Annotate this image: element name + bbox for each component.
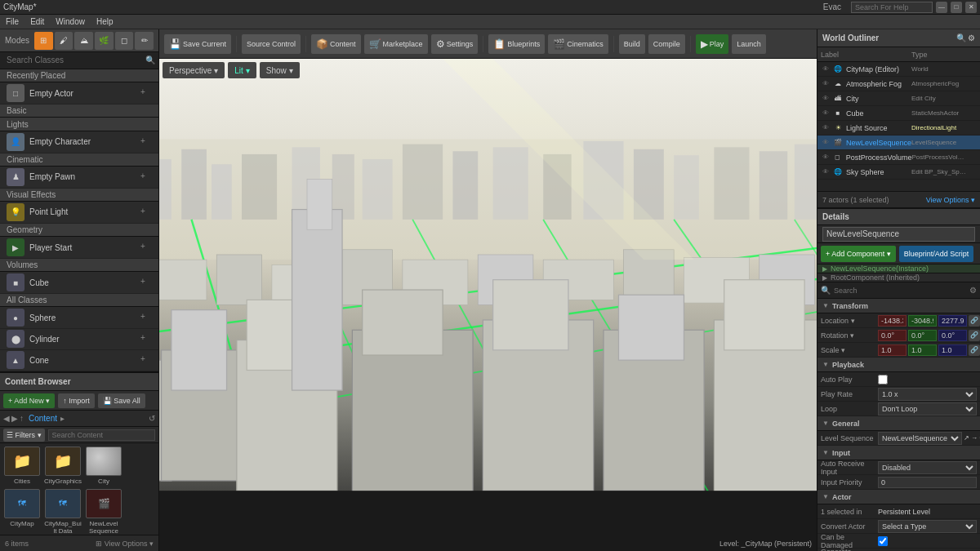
cb-item-newlevel-seq[interactable]: 🎬 NewLevel Sequence [85,489,122,535]
scale-chain[interactable]: 🔗 [969,344,980,356]
level-seq-edit-icon[interactable]: ↗ [964,434,969,442]
level-seq-arrow-icon[interactable]: → [971,434,978,442]
actor-section-header[interactable]: ▼ Actor [817,490,980,504]
menu-help[interactable]: Help [94,17,116,26]
maximize-btn[interactable]: □ [951,2,962,13]
filters-button[interactable]: ☰ Filters ▾ [3,429,45,442]
outliner-item-citymap[interactable]: 👁 🌐 CityMap (Editor) World [817,62,980,77]
auto-play-checkbox[interactable] [878,375,888,384]
menu-file[interactable]: File [3,17,21,26]
paint-mode-btn[interactable]: 🖌 [55,32,74,50]
actor-name-input[interactable] [822,227,975,242]
view-options-btn[interactable]: ⊞ View Options ▾ [96,540,154,548]
landscape-mode-btn[interactable]: ⛰ [74,32,93,50]
place-mode-btn[interactable]: ⊞ [34,32,53,50]
source-control-btn[interactable]: Source Control [242,34,301,54]
input-section-header[interactable]: ▼ Input [817,446,980,460]
cb-item-city-asset[interactable]: City [85,447,122,486]
cinematics-btn[interactable]: 🎬 Cinematics [548,34,608,54]
perspective-btn[interactable]: Perspective ▾ [163,62,225,78]
add-new-button[interactable]: + Add New ▾ [3,393,55,408]
launch-btn[interactable]: Launch [732,34,766,54]
outliner-item-sky-sphere[interactable]: 👁 🌐 Sky Sphere Edit BP_Sky_Sp… [817,165,980,180]
play-rate-select[interactable]: 1.0 x [878,388,977,401]
transform-section-header[interactable]: ▼ Transform [817,299,980,313]
build-btn[interactable]: Build [619,34,645,54]
cb-item-citygraphics[interactable]: 📁 CityGraphics [44,447,82,486]
lights-section-header[interactable]: Lights [0,118,158,131]
outliner-settings-icon[interactable]: ⚙ [968,33,975,42]
rotation-chain[interactable]: 🔗 [969,330,980,341]
playback-section-header[interactable]: ▼ Playback [817,358,980,372]
cinematic-section-header[interactable]: Cinematic [0,153,158,167]
save-current-btn[interactable]: 💾 Save Current [164,34,231,54]
outliner-search-icon[interactable]: 🔍 [956,33,966,42]
rotation-z-input[interactable] [938,330,967,341]
all-classes-header[interactable]: All Classes [0,294,158,308]
blueprint-add-btn[interactable]: Blueprint/Add Script [899,246,974,262]
lit-btn[interactable]: Lit ▾ [228,62,256,78]
compile-btn[interactable]: Compile [648,34,685,54]
location-chain[interactable]: 🔗 [969,315,980,327]
outliner-item-atm-fog[interactable]: 👁 ☁ Atmospheric Fog AtmosphericFog [817,77,980,91]
location-x-input[interactable] [878,315,906,327]
can-damaged-checkbox[interactable] [878,536,888,546]
menu-window[interactable]: Window [53,17,87,26]
placement-item-cube[interactable]: ■ Cube + [0,272,158,293]
input-priority-input[interactable] [878,477,977,488]
placement-item-point-light[interactable]: 💡 Point Light + [0,202,158,223]
cb-item-citymap[interactable]: 🗺 CityMap [3,489,41,535]
scale-z-input[interactable] [938,344,967,356]
placement-item-player-start[interactable]: ▶ Player Start + [0,237,158,258]
view-options-btn[interactable]: View Options ▾ [926,196,975,204]
help-search[interactable] [851,2,933,13]
close-btn[interactable]: ✕ [965,2,977,13]
cb-item-cities[interactable]: 📁 Cities [3,447,41,486]
placement-item-cylinder[interactable]: ⬤ Cylinder + [0,329,158,350]
basic-section-header[interactable]: Basic [0,104,158,118]
scale-y-input[interactable] [908,344,937,356]
outliner-item-newlevelseq[interactable]: 👁 🎬 NewLevelSequence LevelSequence [817,136,980,150]
settings-btn[interactable]: ⚙ Settings [431,34,479,54]
general-section-header[interactable]: ▼ General [817,416,980,431]
search-classes-input[interactable] [3,54,145,66]
placement-item-empty-pawn[interactable]: ♟ Empty Pawn + [0,167,158,188]
up-btn[interactable]: ↑ [20,414,24,423]
outliner-item-light-source[interactable]: 👁 ☀ Light Source DirectionalLight [817,121,980,136]
rotation-y-input[interactable] [908,330,937,341]
back-btn[interactable]: ◀ [3,414,10,423]
outliner-item-city[interactable]: 👁 🏙 City Edit City [817,91,980,106]
geometry-section-header[interactable]: Geometry [0,224,158,238]
placement-item-empty-character[interactable]: 👤 Empty Character + [0,131,158,153]
scale-x-input[interactable] [878,344,906,356]
location-z-input[interactable] [938,315,967,327]
placement-item-cone[interactable]: ▲ Cone + [0,350,158,371]
convert-actor-select[interactable]: Select a Type [878,520,977,533]
save-all-button[interactable]: 💾 Save All [98,393,145,408]
outliner-item-postprocess[interactable]: 👁 ◻ PostProcessVolume PostProcessVol… [817,150,980,165]
content-btn[interactable]: 📦 Content [311,34,361,54]
cb-item-citymap-built[interactable]: 🗺 CityMap_Built Data [44,489,82,535]
level-sequence-select[interactable]: NewLevelSequence [878,432,962,445]
placement-item-empty-actor[interactable]: □ Empty Actor + [0,82,158,104]
add-component-btn[interactable]: + Add Component ▾ [821,246,896,262]
brush-mode-btn[interactable]: ✏ [135,32,154,50]
volumes-section-header[interactable]: Volumes [0,259,158,273]
outliner-item-cube[interactable]: 👁 ■ Cube StaticMeshActor [817,106,980,121]
rotation-x-input[interactable] [878,330,906,341]
play-btn[interactable]: ▶ Play [696,34,729,54]
menu-edit[interactable]: Edit [28,17,47,26]
details-search-input[interactable] [834,287,969,295]
recently-placed-header[interactable]: Recently Placed [0,69,158,83]
marketplace-btn[interactable]: 🛒 Marketplace [364,34,428,54]
loop-select[interactable]: Don't Loop [878,402,977,415]
show-btn[interactable]: Show ▾ [260,62,300,78]
auto-receive-select[interactable]: Disabled [878,461,977,474]
placement-item-sphere[interactable]: ● Sphere + [0,307,158,328]
visual-effects-header[interactable]: Visual Effects [0,189,158,202]
minimize-btn[interactable]: — [936,2,947,13]
forward-btn[interactable]: ▶ [11,414,18,423]
content-path[interactable]: Content [29,414,57,423]
foliage-mode-btn[interactable]: 🌿 [95,32,114,50]
location-y-input[interactable] [908,315,937,327]
